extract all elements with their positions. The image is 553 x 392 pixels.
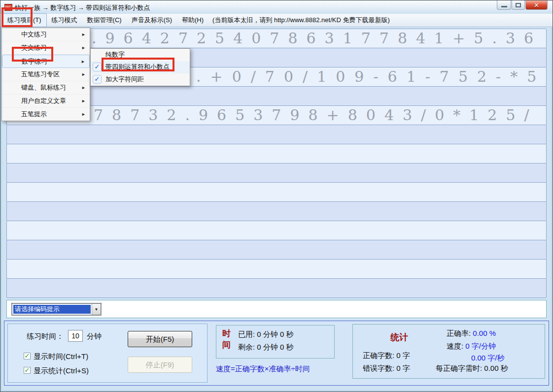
title-bar: 快打 快打一族 → 数字练习 → 带四则运算符和小数点 ✕	[0, 0, 553, 14]
menu-item-wubi-zone[interactable]: 五笔练习专区►	[2, 68, 90, 81]
start-button[interactable]: 开始(F5)	[128, 331, 192, 347]
practice-settings-box: 练习时间： 分钟 开始(F5) 停止(F9) ✓ 显示时间(Ctrl+T) ✓ …	[7, 324, 207, 383]
practice-row	[6, 221, 547, 240]
time-used: 已用: 0 分钟 0 秒	[238, 330, 294, 339]
minimize-icon	[501, 6, 507, 7]
encoding-hint-strip: 请选择编码提示 ▼	[6, 300, 547, 318]
submenu-arrow-icon: ►	[81, 55, 85, 68]
submenu-arrow-icon: ►	[81, 68, 86, 81]
maximize-icon	[516, 3, 521, 7]
time-box: 时 间 已用: 0 分钟 0 秒 剩余: 0 分钟 0 秒	[216, 325, 335, 359]
correct-count: 正确字数: 0 字	[363, 351, 410, 360]
encoding-hint-dropdown[interactable]: 请选择编码提示 ▼	[12, 303, 101, 315]
show-time-label: 显示时间(Ctrl+T)	[34, 352, 88, 361]
practice-time-unit: 分钟	[87, 332, 102, 341]
annotation-rect-number-practice	[12, 47, 53, 62]
menu-item-wubi-hint[interactable]: 五笔提示►	[2, 108, 90, 121]
practice-row	[6, 163, 547, 183]
annotation-rect-operators-decimal	[102, 58, 174, 71]
submenu-arrow-icon: ►	[81, 95, 86, 107]
show-stats-checkbox[interactable]: ✓	[24, 367, 31, 374]
stats-box: 统计 正确字数: 0 字 错误字数: 0 字 正确率: 0.00 % 速度: 0…	[352, 324, 545, 379]
speed-formula: 速度=正确字数×准确率÷时间	[216, 364, 310, 374]
time-remaining: 剩余: 0 分钟 0 秒	[238, 343, 294, 352]
submenu-arrow-icon: ►	[81, 28, 86, 41]
practice-time-label: 练习时间：	[27, 332, 64, 341]
time-per-correct: 每正确字需时: 0.00 秒	[436, 364, 508, 373]
menu-item-keyboard-mouse[interactable]: 键盘、鼠标练习►	[2, 81, 90, 95]
checkmark-icon: ✓	[93, 63, 102, 71]
dropdown-arrow-button[interactable]: ▼	[92, 304, 101, 315]
submenu-item-wide-spacing[interactable]: ✓ 加大字符间距	[91, 73, 190, 86]
practice-time-input[interactable]	[68, 330, 83, 342]
menu-item-chinese[interactable]: 中文练习►	[2, 28, 90, 41]
practice-row	[6, 201, 547, 221]
menu-item-custom-article[interactable]: 用户自定义文章►	[2, 95, 90, 108]
encoding-hint-selected: 请选择编码提示	[13, 305, 91, 314]
submenu-arrow-icon: ►	[81, 81, 86, 94]
speed-per-second: 0.00 字/秒	[471, 354, 505, 363]
menubar-item-sound[interactable]: 声音及标示(S)	[127, 14, 177, 27]
practice-row	[6, 259, 547, 279]
menubar-item-practice-mode[interactable]: 练习模式	[47, 14, 82, 27]
show-stats-label: 显示统计(Ctrl+S)	[34, 366, 89, 376]
practice-row-input	[6, 125, 547, 144]
practice-row	[6, 278, 547, 298]
checkmark-icon: ✓	[93, 75, 102, 84]
annotation-rect-practice-items	[1, 7, 33, 27]
practice-items-menu: 中文练习► 英文练习► 数字练习► 五笔练习专区► 键盘、鼠标练习► 用户自定义…	[1, 28, 90, 121]
bottom-panel: 练习时间： 分钟 开始(F5) 停止(F9) ✓ 显示时间(Ctrl+T) ✓ …	[4, 321, 549, 386]
practice-row	[6, 182, 547, 202]
minimize-button[interactable]	[497, 0, 511, 10]
submenu-arrow-icon: ►	[81, 108, 86, 121]
menubar-item-help[interactable]: 帮助(H)	[177, 14, 208, 27]
close-button[interactable]: ✕	[525, 0, 548, 10]
time-title-char1: 时	[222, 328, 231, 339]
practice-row	[6, 240, 547, 260]
stop-button[interactable]: 停止(F9)	[128, 357, 192, 373]
close-icon: ✕	[534, 1, 539, 9]
accuracy: 正确率: 0.00 %	[447, 329, 496, 338]
window-title: 快打一族 → 数字练习 → 带四则运算符和小数点	[15, 3, 150, 12]
menubar-item-data-manage[interactable]: 数据管理(C)	[82, 14, 127, 27]
wrong-count: 错误字数: 0 字	[363, 364, 410, 373]
speed: 速度: 0 字/分钟	[447, 342, 496, 351]
app-window: 快打 快打一族 → 数字练习 → 带四则运算符和小数点 ✕ 练习项目(T) 练习…	[0, 0, 553, 392]
chevron-down-icon: ▼	[95, 307, 99, 312]
submenu-arrow-icon: ►	[81, 41, 86, 54]
time-title-char2: 间	[222, 339, 231, 351]
version-notice: (当前版本太旧，请到 http://www.8882.net/KD 免费下载最新…	[208, 16, 390, 25]
stats-title: 统计	[390, 331, 408, 343]
maximize-button[interactable]	[512, 0, 525, 10]
menu-bar: 练习项目(T) 练习模式 数据管理(C) 声音及标示(S) 帮助(H) (当前版…	[0, 14, 553, 27]
show-time-checkbox[interactable]: ✓	[24, 353, 31, 359]
window-controls: ✕	[496, 0, 548, 10]
practice-row	[6, 144, 547, 163]
